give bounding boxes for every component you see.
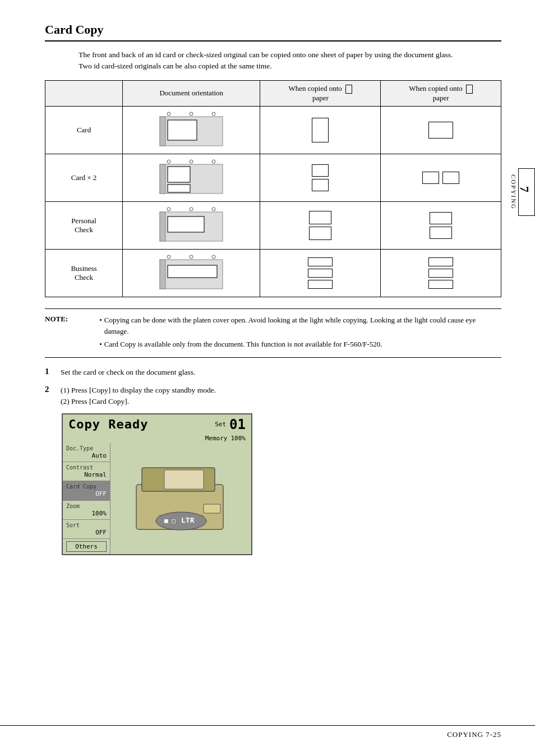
- lcd-menu-sort: Sort OFF: [63, 520, 110, 539]
- copy-result-card-x2-portrait: [260, 154, 381, 201]
- page-title: Card Copy: [45, 22, 501, 42]
- lcd-top-bar: Copy Ready Set 01: [63, 414, 251, 435]
- col3-label: When copied onto: [409, 84, 462, 93]
- result-box-bcheck-portrait-mid: [308, 269, 333, 278]
- card-copy-table: Document orientation When copied onto pa…: [45, 80, 501, 297]
- portrait-paper-icon: [345, 85, 352, 94]
- landscape-corner-paper-icon: [466, 85, 473, 94]
- svg-rect-29: [204, 504, 220, 513]
- svg-text:■ □: ■ □: [164, 517, 176, 524]
- step-1-text: Set the card or check on the document gl…: [61, 367, 195, 378]
- table-row-personal-check: PersonalCheck: [45, 201, 501, 249]
- note-row: NOTE: Copying can be done with the plate…: [45, 315, 501, 352]
- svg-point-14: [167, 208, 170, 211]
- note-bullet-2: Card Copy is available only from the doc…: [99, 339, 501, 351]
- table-row-card-x2: Card × 2: [45, 154, 501, 201]
- business-check-orientation-svg: [158, 253, 225, 291]
- doc-orientation-personal-check: [123, 201, 260, 249]
- result-box-bcheck-land-bottom: [428, 280, 453, 289]
- landscape-result-personal-check: [385, 210, 496, 241]
- lcd-menu-card-copy-label: Card Copy: [66, 483, 107, 490]
- col3-suffix: paper: [433, 94, 449, 102]
- svg-point-15: [190, 208, 193, 211]
- lcd-menu-doc-type-value: Auto: [66, 452, 107, 460]
- table-header-doc-orientation: Document orientation: [123, 80, 260, 106]
- lcd-screen: Copy Ready Set 01 Memory 100% D: [62, 413, 252, 555]
- result-box-pcheck-portrait-top: [309, 211, 331, 224]
- result-box-card-x2-portrait-bottom: [312, 179, 329, 191]
- svg-point-1: [167, 112, 170, 116]
- svg-point-3: [212, 112, 215, 116]
- note-label: NOTE:: [45, 315, 68, 324]
- svg-rect-27: [164, 470, 204, 489]
- result-box-bcheck-land-top: [428, 257, 453, 266]
- copy-result-card-portrait: [260, 106, 381, 154]
- doc-orientation-card: [123, 106, 260, 154]
- result-box-card-portrait-top: [312, 118, 329, 142]
- col2-suffix: paper: [312, 94, 329, 102]
- lcd-body: Doc.Type Auto Contrast Normal Card Copy …: [63, 443, 251, 554]
- lcd-menu-sort-label: Sort: [66, 522, 107, 529]
- lcd-menu-doc-type: Doc.Type Auto: [63, 443, 110, 462]
- lcd-menu-sort-value: OFF: [66, 529, 107, 537]
- svg-rect-23: [160, 260, 165, 289]
- step-2-text: (1) Press [Copy] to display the copy sta…: [61, 385, 216, 408]
- portrait-result-business-check: [265, 255, 376, 291]
- row-label-business-check: BusinessCheck: [45, 249, 123, 297]
- lcd-others-button[interactable]: Others: [66, 541, 107, 552]
- step-2-header: 2 (1) Press [Copy] to display the copy s…: [45, 385, 216, 408]
- svg-point-8: [190, 160, 193, 163]
- lcd-memory-bar: Memory 100%: [63, 435, 251, 443]
- step-2: 2 (1) Press [Copy] to display the copy s…: [45, 385, 501, 555]
- portrait-result-personal-check: [265, 209, 376, 242]
- landscape-result-card: [385, 117, 496, 143]
- portrait-result-card: [265, 116, 376, 145]
- step-2-line1: (1) Press [Copy] to display the copy sta…: [61, 385, 216, 396]
- svg-rect-18: [168, 216, 204, 232]
- copy-result-business-check-portrait: [260, 249, 381, 297]
- footer: Copying 7-25: [0, 725, 535, 739]
- result-box-pcheck-land-bottom: [430, 227, 452, 239]
- lcd-menu-contrast: Contrast Normal: [63, 462, 110, 481]
- copy-result-card-x2-landscape: [381, 154, 501, 201]
- row-label-card-x2: Card × 2: [45, 154, 123, 201]
- lcd-left-menu: Doc.Type Auto Contrast Normal Card Copy …: [63, 443, 110, 554]
- table-header-portrait-paper: When copied onto paper: [260, 80, 381, 106]
- result-box-card-x2-land-left: [422, 172, 439, 184]
- lcd-title: Copy Ready: [68, 417, 148, 431]
- note-section: NOTE: Copying can be done with the plate…: [45, 308, 501, 358]
- page: 7 Copying Card Copy The front and back o…: [0, 0, 535, 756]
- svg-rect-24: [168, 265, 217, 278]
- doc-orientation-business-check: [123, 249, 260, 297]
- lcd-menu-contrast-value: Normal: [66, 471, 107, 479]
- svg-point-21: [190, 255, 193, 259]
- lcd-menu-zoom-label: Zoom: [66, 503, 107, 510]
- svg-point-22: [212, 255, 215, 259]
- svg-point-16: [212, 208, 215, 211]
- table-header-empty: [45, 80, 123, 106]
- lcd-set-number: 01: [229, 417, 246, 432]
- table-row-business-check: BusinessCheck: [45, 249, 501, 297]
- result-box-bcheck-land-mid: [428, 269, 453, 278]
- chapter-tab: 7 Copying: [518, 168, 535, 216]
- svg-rect-17: [160, 212, 165, 241]
- step-1-number: 1: [45, 367, 55, 376]
- row-label-card: Card: [45, 106, 123, 154]
- result-box-card-x2-land-right: [442, 172, 459, 184]
- copier-illustration: ■ □ LTR: [131, 462, 232, 535]
- svg-rect-4: [160, 117, 165, 146]
- chapter-label: Copying: [510, 174, 517, 210]
- result-box-pcheck-land-top: [430, 212, 452, 224]
- lcd-menu-card-copy[interactable]: Card Copy OFF: [63, 481, 110, 500]
- copy-result-card-landscape: [381, 106, 501, 154]
- copy-result-business-check-landscape: [381, 249, 501, 297]
- note-bullet-1: Copying can be done with the platen cove…: [99, 315, 501, 338]
- chapter-number: 7: [517, 186, 532, 192]
- footer-text: Copying 7-25: [447, 730, 501, 739]
- result-box-bcheck-portrait-top: [308, 257, 333, 266]
- svg-point-9: [212, 160, 215, 163]
- svg-text:LTR: LTR: [181, 516, 195, 524]
- result-box-bcheck-portrait-bottom: [308, 280, 333, 289]
- row-label-personal-check: PersonalCheck: [45, 201, 123, 249]
- lcd-menu-doc-type-label: Doc.Type: [66, 445, 107, 452]
